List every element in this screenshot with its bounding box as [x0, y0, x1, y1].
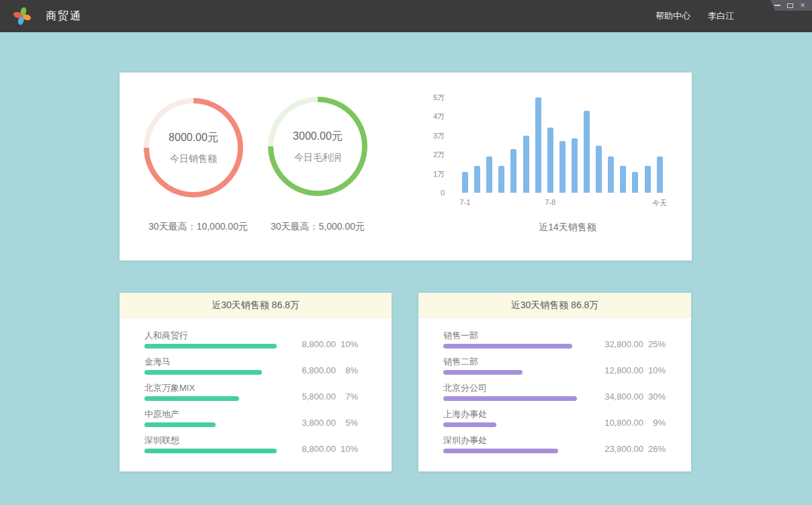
list-row: 销售二部12,800.0010%	[443, 353, 666, 379]
row-amount: 10,800.00	[604, 418, 643, 428]
x-axis-tick: 7-1	[460, 198, 471, 206]
user-menu[interactable]: 李白江	[708, 10, 734, 22]
row-values: 12,800.0010%	[604, 365, 666, 375]
help-center-link[interactable]: 帮助中心	[656, 10, 690, 22]
sales-bar-day-17	[657, 156, 663, 193]
app-logo-icon	[13, 7, 31, 25]
row-amount: 34,800.00	[604, 392, 643, 402]
row-values: 32,800.0025%	[604, 339, 666, 349]
sales-bar-day-9	[559, 141, 566, 193]
sales-bar-day-14	[620, 166, 626, 193]
gauge-hole: 8000.00元 今日销售额	[149, 103, 238, 192]
sales-bar-day-3	[486, 156, 492, 193]
y-axis-tick: 5万	[430, 92, 445, 103]
row-bar	[443, 344, 572, 349]
row-bar	[443, 449, 558, 453]
customers-card-header: 近30天销售额 86.8万	[120, 293, 392, 318]
row-values: 10,800.009%	[604, 418, 666, 428]
sales-bar-day-11	[584, 111, 590, 193]
row-amount: 6,800.00	[302, 365, 336, 375]
row-amount: 8,800.00	[302, 444, 336, 454]
sales-bar-day-7	[535, 97, 541, 193]
daily-sales-chart-caption: 近14天销售额	[440, 222, 695, 234]
departments-card-header: 近30天销售额 86.8万	[418, 293, 691, 318]
row-values: 8,800.0010%	[302, 339, 358, 349]
sales-bar-day-13	[608, 156, 614, 193]
row-percent: 10%	[643, 365, 666, 375]
close-button[interactable]: ×	[799, 1, 806, 9]
gauge-label: 今日销售额	[170, 153, 217, 165]
row-percent: 10%	[336, 444, 358, 454]
row-bar	[443, 370, 523, 375]
customers-list: 人和商贸行8,800.0010%金海马6,800.008%北京万象MIX5,80…	[120, 318, 392, 457]
row-bar	[144, 370, 262, 375]
gauge-hole: 3000.00元 今日毛利润	[273, 102, 362, 191]
list-row: 销售一部32,800.0025%	[443, 326, 666, 353]
gauge-footnote-profit-max: 30天最高：5,000.00元	[237, 221, 398, 233]
gauge-label: 今日毛利润	[294, 152, 341, 164]
row-values: 6,800.008%	[302, 365, 358, 375]
row-values: 34,800.0030%	[604, 392, 666, 402]
row-percent: 30%	[643, 392, 666, 402]
list-row: 中原地产3,800.005%	[144, 405, 358, 431]
gauge-today-sales: 8000.00元 今日销售额	[144, 98, 243, 197]
row-percent: 26%	[643, 444, 666, 454]
row-amount: 3,800.00	[302, 418, 336, 428]
maximize-button[interactable]	[786, 1, 793, 9]
y-axis-tick: 1万	[430, 169, 445, 179]
gauge-value: 8000.00元	[169, 131, 218, 145]
x-axis-tick: 7-8	[545, 198, 555, 206]
sales-bar-day-4	[498, 166, 504, 193]
app-title: 商贸通	[46, 0, 82, 32]
row-percent: 9%	[643, 418, 666, 428]
customers-sales-card: 近30天销售额 86.8万 人和商贸行8,800.0010%金海马6,800.0…	[120, 293, 392, 471]
row-amount: 5,800.00	[302, 392, 336, 402]
daily-sales-chart: 01万2万3万4万5万7-17-8今天	[430, 91, 685, 225]
y-axis-tick: 3万	[430, 130, 445, 141]
sales-bar-day-15	[632, 172, 638, 193]
sales-bar-day-12	[596, 146, 602, 193]
minimize-button[interactable]	[774, 1, 780, 9]
row-amount: 23,800.00	[604, 444, 643, 454]
y-axis-tick: 0	[430, 187, 445, 198]
row-bar	[144, 344, 277, 349]
row-amount: 12,800.00	[604, 365, 643, 375]
sales-bar-day-8	[547, 128, 553, 193]
gauge-value: 3000.00元	[293, 130, 343, 144]
row-bar	[144, 396, 239, 401]
topbar: 商贸通 帮助中心 李白江 ×	[0, 0, 812, 32]
row-values: 8,800.0010%	[302, 444, 358, 454]
sales-bar-day-1	[462, 172, 468, 193]
row-bar	[144, 449, 277, 453]
row-amount: 32,800.00	[604, 339, 643, 349]
y-axis-tick: 4万	[430, 111, 445, 122]
sales-bar-day-5	[510, 149, 516, 193]
row-values: 3,800.005%	[302, 418, 358, 428]
row-percent: 8%	[336, 365, 358, 375]
departments-list: 销售一部32,800.0025%销售二部12,800.0010%北京分公司34,…	[418, 318, 691, 457]
row-percent: 10%	[336, 339, 358, 349]
minimize-icon	[774, 5, 780, 6]
list-row: 北京分公司34,800.0030%	[443, 379, 666, 405]
list-row: 金海马6,800.008%	[144, 353, 358, 379]
window-controls: ×	[770, 0, 812, 11]
row-values: 5,800.007%	[302, 392, 358, 402]
sales-bar-day-16	[645, 166, 651, 193]
y-axis-tick: 2万	[430, 149, 445, 160]
list-row: 深圳联想8,800.0010%	[144, 431, 358, 457]
sales-bar-day-6	[523, 136, 529, 193]
topbar-menu: 帮助中心 李白江	[656, 0, 734, 32]
gauge-today-profit: 3000.00元 今日毛利润	[268, 97, 367, 196]
list-row: 深圳办事处23,800.0026%	[443, 431, 666, 457]
close-icon: ×	[800, 1, 805, 9]
sales-bar-day-10	[572, 138, 578, 193]
departments-sales-card: 近30天销售额 86.8万 销售一部32,800.0025%销售二部12,800…	[418, 293, 691, 471]
x-axis-tick: 今天	[652, 198, 667, 208]
list-row: 北京万象MIX5,800.007%	[144, 379, 358, 405]
overview-card: 8000.00元 今日销售额 3000.00元 今日毛利润 30天最高：10,0…	[120, 73, 692, 261]
maximize-icon	[787, 3, 793, 8]
row-amount: 8,800.00	[302, 339, 336, 349]
list-row: 上海办事处10,800.009%	[443, 405, 666, 431]
list-row: 人和商贸行8,800.0010%	[144, 326, 358, 353]
row-values: 23,800.0026%	[604, 444, 666, 454]
